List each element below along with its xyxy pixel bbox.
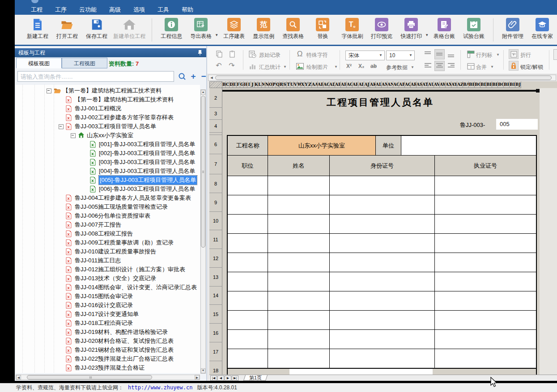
column-header-V[interactable]: V — [294, 81, 298, 88]
paste-icon[interactable] — [227, 49, 237, 59]
column-header-B[interactable]: B — [222, 81, 226, 88]
empty-cell[interactable] — [435, 195, 536, 214]
menu-7[interactable]: 帮助 — [175, 5, 200, 15]
column-header-E[interactable]: E — [233, 81, 237, 88]
unit-value-cell[interactable] — [401, 136, 536, 155]
column-header-AJ[interactable]: AJ — [364, 81, 370, 88]
menu-1[interactable]: 工程 — [25, 5, 49, 15]
row-header-15[interactable]: 15 — [209, 305, 222, 324]
empty-cell[interactable] — [435, 215, 536, 233]
row-header-3[interactable]: 3 — [209, 108, 222, 120]
column-header-AU[interactable]: AU — [428, 81, 434, 88]
row-header-10[interactable]: 10 — [209, 212, 222, 230]
column-header-N[interactable]: N — [265, 81, 269, 88]
merge-cells-button[interactable]: 合并 — [476, 63, 487, 71]
font-batch-brush-button[interactable]: To字体批刷 — [337, 15, 367, 40]
project-name-value-cell[interactable]: 山东xx小学实验室 — [268, 136, 376, 155]
row-header-8[interactable]: 8 — [209, 174, 222, 193]
column-header-P[interactable]: P — [272, 81, 276, 88]
empty-cell[interactable] — [268, 234, 330, 253]
tree-item[interactable]: 鲁JJ-010建设工程质量事故报告 — [66, 247, 156, 256]
column-header-BD[interactable]: BD — [480, 81, 486, 88]
tree-item-selected[interactable]: [005]-鲁JJ-003工程项目管理人员名单 — [90, 176, 197, 185]
tree-item[interactable]: 鲁JJ-020材料合格证、复试报告汇总表 — [66, 337, 174, 346]
first-page-icon[interactable]: |◀ — [210, 375, 217, 381]
open-project-folder-button[interactable]: 打开工程 — [52, 15, 82, 40]
tree-hscrollbar[interactable]: ◀ ▶ — [16, 375, 200, 380]
print-preview-eye-button[interactable]: 打印预览 — [367, 15, 396, 40]
empty-cell[interactable] — [330, 215, 435, 233]
tree-item[interactable]: 【第一卷】建筑结构工程施工技术资料 — [47, 86, 162, 95]
row-header-13[interactable]: 13 — [209, 268, 222, 287]
collapse-expander-icon[interactable] — [59, 124, 64, 129]
original-record-icon[interactable] — [247, 49, 257, 59]
column-label-cell[interactable]: 姓名 — [268, 156, 330, 176]
show-example-button[interactable]: 范显示范例 — [249, 15, 278, 40]
tree-item[interactable]: 鲁JJ-003工程项目管理人员名单 — [59, 122, 156, 131]
column-header-O[interactable]: O — [269, 81, 272, 88]
undo-icon[interactable]: ↶ — [214, 61, 223, 70]
template-tree[interactable]: 【第一卷】建筑结构工程施工技术资料【第一卷】建筑结构工程施工技术资料鲁JJ-00… — [16, 85, 200, 373]
empty-cell[interactable] — [330, 272, 435, 291]
tree-item[interactable]: 鲁JJ-006分包单位资质报审表 — [66, 211, 150, 220]
column-header-I[interactable]: I — [247, 81, 251, 88]
font-name-select[interactable]: 宋体▼ — [345, 51, 385, 60]
column-header-AX[interactable]: AX — [446, 81, 451, 88]
summary-stats-icon[interactable] — [247, 61, 257, 71]
merge-cells-caret-icon[interactable]: ▼ — [490, 65, 494, 69]
lock-unlock-icon[interactable] — [509, 61, 519, 71]
tree-item[interactable]: [006]-鲁JJ-003工程项目管理人员名单 — [90, 185, 195, 194]
column-label-cell[interactable]: 身份证号 — [330, 156, 435, 176]
column-header-W[interactable]: W — [298, 81, 301, 88]
tree-item[interactable]: [002]-鲁JJ-003工程项目管理人员名单 — [90, 149, 195, 158]
tree-item[interactable]: [003]-鲁JJ-003工程项目管理人员名单 — [90, 158, 195, 167]
collapse-expander-icon[interactable] — [71, 133, 76, 138]
empty-cell[interactable] — [268, 253, 330, 272]
reference-data-caret-icon[interactable]: ▼ — [411, 65, 414, 69]
column-header-AK[interactable]: AK — [370, 81, 376, 88]
row-col-header-button[interactable]: 行列标 — [476, 51, 492, 59]
font-size-select[interactable]: 10▼ — [386, 51, 415, 60]
empty-cell[interactable] — [228, 176, 268, 195]
row-header-14[interactable]: 14 — [209, 287, 222, 305]
column-header-BA[interactable]: BA — [463, 81, 469, 88]
empty-cell[interactable] — [228, 291, 268, 310]
unit-label-cell[interactable]: 单位 — [376, 136, 401, 155]
tree-item[interactable]: 鲁JJ-016设计交底记录 — [66, 301, 133, 310]
column-header-BJ[interactable]: BJ — [515, 81, 521, 88]
row-header-7[interactable]: 7 — [209, 154, 222, 174]
column-header-AL[interactable]: AL — [376, 81, 382, 88]
search-icon[interactable] — [178, 71, 187, 84]
empty-cell[interactable] — [330, 195, 435, 214]
empty-cell[interactable] — [228, 330, 268, 349]
prev-page-icon[interactable]: ◀ — [217, 375, 224, 381]
empty-cell[interactable] — [268, 291, 330, 310]
tree-item[interactable]: 鲁JJ-011施工日志 — [66, 256, 121, 265]
tree-item[interactable]: 鲁JJ-021钢材合格证和复试报告汇总表 — [66, 346, 174, 354]
tree-item[interactable]: 鲁JJ-015图纸会审记录 — [66, 292, 133, 301]
column-header-H[interactable]: H — [244, 81, 247, 88]
tree-item[interactable]: 鲁JJ-022预拌混凝土出厂合格证汇总表 — [66, 354, 174, 363]
tree-item[interactable]: [001]-鲁JJ-003工程项目管理人员名单 — [90, 140, 195, 149]
row-header-16[interactable]: 16 — [209, 324, 222, 342]
merge-cells-icon[interactable]: T — [466, 61, 476, 71]
tab-template-view[interactable]: 模板视图 — [16, 58, 62, 68]
footer-blank-field[interactable] — [289, 369, 433, 375]
superscript-button[interactable]: X² — [346, 63, 352, 69]
column-header-BH[interactable]: BH — [504, 81, 510, 88]
column-header-Z[interactable]: Z — [308, 81, 312, 88]
menu-5[interactable]: 选项 — [127, 5, 151, 15]
column-header-AV[interactable]: AV — [434, 81, 440, 88]
column-header-BF[interactable]: BF — [492, 81, 498, 88]
align-center-button[interactable] — [434, 61, 445, 71]
redo-icon[interactable]: ↷ — [227, 61, 236, 70]
column-header-BE[interactable]: BE — [486, 81, 492, 88]
empty-cell[interactable] — [330, 253, 435, 272]
menu-2[interactable]: 工序 — [49, 5, 73, 15]
align-left-button[interactable] — [423, 61, 433, 71]
empty-cell[interactable] — [435, 311, 536, 329]
sheet-hscrollbar[interactable]: ◀ — [208, 75, 556, 81]
tree-item[interactable]: 鲁JJ-019材料、构配件进场检验记录 — [66, 328, 168, 337]
column-header-F[interactable]: F — [237, 81, 240, 88]
tree-item[interactable]: 鲁JJ-005施工现场质量管理检查记录 — [66, 202, 168, 211]
